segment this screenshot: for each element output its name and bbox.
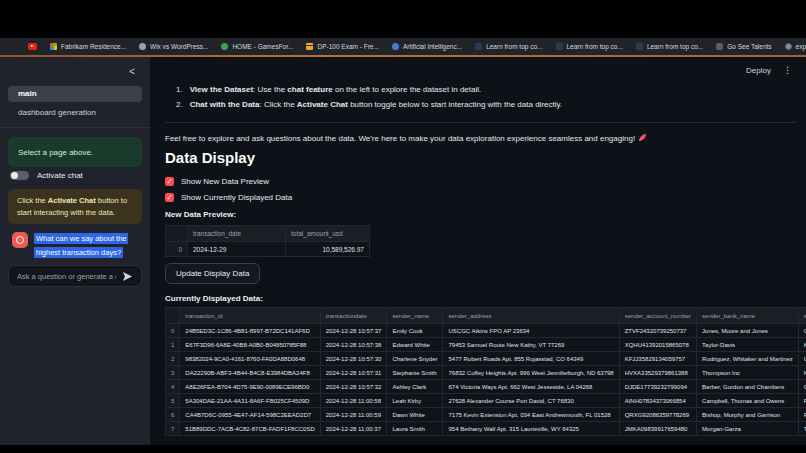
instructions-list: 1.View the Dataset: Use the chat feature…	[165, 85, 796, 115]
table-row[interactable]: 1E67F3D96-6A8E-40B8-A0B0-B04850785F88202…	[166, 338, 806, 352]
activate-chat-toggle[interactable]	[10, 171, 29, 180]
bookmark-label: Fabrikam Residence...	[61, 43, 126, 50]
sidebar-nav: main dashboard generation	[8, 86, 142, 121]
bookmark-item[interactable]: HOME - GamesFor...	[221, 43, 293, 50]
column-header[interactable]	[166, 308, 180, 324]
bookmark-label: exposing bill gates	[796, 43, 806, 50]
bookmark-item[interactable]: Learn from top co...	[556, 43, 623, 50]
table-row[interactable]: 4A8E26FEA-B704-4D75-9E90-0089ECE96BD0202…	[166, 380, 806, 394]
star-favicon-icon	[716, 43, 723, 50]
cell: Thompson Inc	[697, 366, 799, 380]
column-header[interactable]: transactiondate	[320, 308, 387, 324]
cell: Ashley Clark	[387, 380, 443, 394]
text-segment: chat feature	[287, 85, 332, 94]
app-window: < main dashboard generation Select a pag…	[0, 57, 806, 445]
sidebar-item-dashboard-generation[interactable]: dashboard generation	[8, 105, 142, 121]
cell: Dawn White	[387, 408, 443, 422]
bookmark-item[interactable]: exposing bill gates	[785, 43, 806, 50]
screen: Fabrikam Residence...Wix vs WordPress...…	[0, 0, 806, 453]
new-data-preview-table: transaction_datetotal_amount_usd02024-12…	[165, 225, 796, 257]
table-row[interactable]: 3DA22290B-ABF3-4B44-B4C8-E3984DBA24F8202…	[166, 366, 806, 380]
bookmark-item[interactable]: Learn from top co...	[636, 43, 703, 50]
checkbox-icon[interactable]: ✓	[165, 193, 174, 202]
cell: Laura Smith	[387, 422, 443, 436]
table-row[interactable]: 751B89DDC-7ACB-4C82-87CB-FADF1F8CC0SD202…	[166, 422, 806, 436]
bookmark-item[interactable]: Wix vs WordPress...	[139, 43, 208, 50]
cell: Barber, Gordon and Chambers	[697, 380, 799, 394]
cell: USCGC Atkins FPO AP 23634	[443, 324, 619, 338]
send-icon[interactable]	[122, 271, 133, 282]
bookmark-label: Learn from top co...	[486, 43, 542, 50]
bookmark-item[interactable]: Go See Talents	[716, 43, 771, 50]
column-header[interactable]: sender_name	[387, 308, 443, 324]
cell: 27628 Alexander Course Port David, CT 76…	[443, 394, 619, 408]
column-header[interactable]	[166, 226, 188, 242]
activate-chat-label: Activate chat	[37, 171, 83, 180]
sidebar-divider	[0, 127, 150, 128]
cell: Jones, Moore and Jones	[697, 324, 799, 338]
chat-input-container	[8, 265, 142, 287]
cell: Rodriguez, Whitaker and Martinez	[697, 352, 799, 366]
cell: JMKA09839917659480	[619, 422, 696, 436]
data-table: transaction_idtransactiondatesender_name…	[165, 307, 806, 436]
checkbox-show-currently-displayed-data[interactable]: ✓Show Currently Displayed Data	[165, 193, 796, 202]
sidebar-item-main[interactable]: main	[8, 86, 142, 102]
cell: GDOWGB10R97	[798, 380, 806, 394]
column-header[interactable]: total_amount_usd	[286, 226, 370, 242]
cell: 2024-12-28 11:00:58	[320, 394, 387, 408]
bookmark-item[interactable]: DP-100 Exam - Fre...	[306, 43, 378, 50]
checkbox-icon[interactable]: ✓	[165, 177, 174, 186]
table-header-row: transaction_datetotal_amount_usd	[166, 226, 370, 242]
column-header[interactable]: sender_address	[443, 308, 619, 324]
currently-displayed-data-label: Currently Displayed Data:	[165, 294, 796, 303]
chat-input[interactable]	[17, 272, 116, 281]
cell: 2024-12-28 10:57:32	[320, 380, 387, 394]
text-segment: : Click the	[259, 100, 296, 109]
cell: 2024-12-28 11:00:59	[320, 408, 387, 422]
table-row[interactable]: 024B5ED3C-1C86-4B81-8997-B72DC141AF6D202…	[166, 324, 806, 338]
checkbox-show-new-data-preview[interactable]: ✓Show New Data Preview	[165, 177, 796, 186]
column-header[interactable]: sender_swift_co	[798, 308, 806, 324]
cell: 4	[166, 380, 180, 394]
bookmark-label: Learn from top co...	[647, 43, 703, 50]
cell: QRXG92086359778269	[619, 408, 696, 422]
activate-chat-toggle-row: Activate chat	[10, 171, 83, 180]
table-row[interactable]: 6CA4B7D6C-0955-4E47-AF14-598C2EEAD2D7202…	[166, 408, 806, 422]
column-header[interactable]: sender_bank_name	[697, 308, 799, 324]
column-header[interactable]: sender_account_number	[619, 308, 696, 324]
column-header[interactable]: transaction_date	[188, 226, 286, 242]
update-display-data-button[interactable]: Update Display Data	[165, 263, 260, 284]
main-content: Deploy ⋮ 1.View the Dataset: Use the cha…	[150, 57, 806, 445]
cell: 24B5ED3C-1C86-4B81-8997-B72DC141AF6D	[180, 324, 320, 338]
table-row[interactable]: 02024-12-2910,589,526.97	[166, 242, 370, 257]
toggle-knob	[11, 172, 18, 179]
cell: 2	[166, 352, 180, 366]
overflow-menu-icon[interactable]: ⋮	[783, 66, 792, 75]
bookmarks-list: Fabrikam Residence...Wix vs WordPress...…	[28, 43, 806, 50]
cell: HVXA33529379861388	[619, 366, 696, 380]
bookmark-item[interactable]: Fabrikam Residence...	[50, 43, 126, 50]
cell: 2024-12-28 11:00:37	[320, 422, 387, 436]
sidebar-collapse-icon[interactable]: <	[129, 67, 135, 77]
text-segment: Click the	[17, 196, 48, 205]
text-segment: button toggle below to start interacting…	[348, 100, 562, 109]
bookmark-item[interactable]	[28, 43, 37, 50]
select-page-alert: Select a page above.	[8, 137, 142, 167]
column-header[interactable]: transaction_id	[180, 308, 320, 324]
text-segment: Activate Chat	[297, 100, 348, 109]
cell: FHECGBAO	[798, 394, 806, 408]
cell: 0	[166, 324, 180, 338]
deploy-button[interactable]: Deploy	[746, 66, 771, 75]
bookmark-label: Artificial Intelligenc...	[403, 43, 462, 50]
bookmark-item[interactable]: Learn from top co...	[475, 43, 542, 50]
table-row[interactable]: 298382024-9CA0-4161-8760-FA0DA88D0648202…	[166, 352, 806, 366]
cell: Stephanie Smith	[387, 366, 443, 380]
cell: KQJUGBKLOKQ	[798, 338, 806, 352]
text-segment: on the left to explore the dataset in de…	[333, 85, 482, 94]
bookmark-item[interactable]: Artificial Intelligenc...	[392, 43, 462, 50]
currently-displayed-data-table: transaction_idtransactiondatesender_name…	[165, 307, 796, 436]
bookmarks-bar: Fabrikam Residence...Wix vs WordPress...…	[0, 38, 806, 55]
cell: 2024-12-28 10:57:31	[320, 366, 387, 380]
cell: 51B89DDC-7ACB-4C82-87CB-FADF1F8CC0SD	[180, 422, 320, 436]
table-row[interactable]: 55A304DAE-21AA-4A31-8A6F-FB025CF4509D202…	[166, 394, 806, 408]
